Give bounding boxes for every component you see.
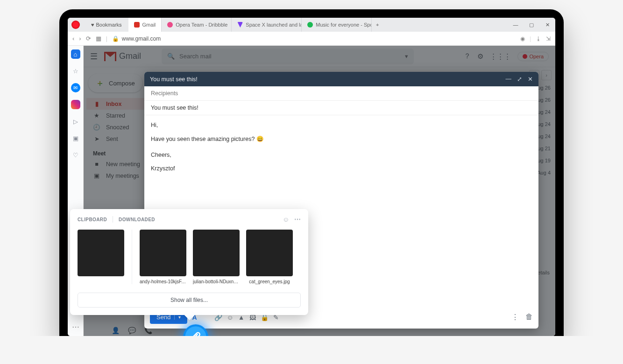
tab-label: Gmail: [142, 22, 156, 28]
paperclip-icon: [190, 331, 202, 336]
instagram-icon[interactable]: [71, 100, 80, 109]
home-icon[interactable]: ⌂: [71, 49, 80, 59]
tab-gmail[interactable]: Gmail: [128, 18, 162, 32]
reload-button[interactable]: ⟳: [86, 35, 91, 42]
gmail-favicon: [134, 22, 140, 28]
recipients-field[interactable]: Recipients: [144, 86, 538, 101]
address-bar: ‹ › ⟳ ▦ | 🔒 www.gmail.com ◉ | ⭳ ⇲: [68, 32, 555, 46]
tab-label: Space X launched and lande: [246, 22, 302, 28]
recipients-label: Recipients: [151, 90, 178, 97]
divider: [132, 230, 132, 284]
subject-text: You must see this!: [151, 105, 198, 111]
compose-header[interactable]: You must see this! — ⤢ ✕: [144, 72, 538, 86]
smile-icon[interactable]: ☺: [283, 216, 290, 223]
forward-button[interactable]: ›: [79, 35, 81, 42]
image-thumb: [78, 230, 124, 276]
subject-field[interactable]: You must see this!: [144, 101, 538, 115]
lock-icon: 🔒: [112, 35, 119, 42]
divider: [113, 216, 113, 223]
bookmarks-tab[interactable]: ♥ Bookmarks: [85, 18, 128, 32]
sidebar-more-icon[interactable]: ⋯: [72, 322, 79, 331]
body-line: Cheers,: [151, 150, 532, 161]
file-name: andy-holmes-10kjsF....jpg: [140, 279, 186, 284]
close-compose-icon[interactable]: ✕: [528, 76, 533, 83]
tab-spotify[interactable]: Music for everyone - Spotif: [302, 18, 372, 32]
laptop-frame: ♥ Bookmarks Gmail Opera Team - Dribbble …: [59, 9, 564, 336]
close-button[interactable]: ✕: [539, 22, 555, 28]
heart-icon: ♥: [91, 22, 94, 28]
image-thumb: [193, 230, 240, 276]
more-options-icon[interactable]: ⋮: [511, 313, 519, 322]
minimize-compose-icon[interactable]: —: [506, 76, 512, 83]
clipboard-heading: CLIPBOARD: [78, 217, 107, 222]
messenger-icon[interactable]: ✉: [71, 83, 80, 92]
opera-logo-icon[interactable]: [71, 21, 80, 29]
send-options-icon[interactable]: ▾: [174, 315, 181, 320]
tab-label: Music for everyone - Spotif: [316, 22, 372, 28]
favorites-icon[interactable]: ☆: [71, 66, 80, 76]
file-thumb[interactable]: julian-bottoli-NDuxn....jpg: [193, 230, 240, 284]
bookmarks-label: Bookmarks: [96, 22, 122, 28]
heart-sidebar-icon[interactable]: ♡: [71, 150, 80, 160]
file-thumb[interactable]: cat_green_eyes.jpg: [246, 230, 293, 284]
discard-icon[interactable]: 🗑: [525, 313, 533, 322]
content-area: ⌂ ☆ ✉ ▷ ▣ ♡ ⋯ ☰ Gmail 🔍 Search m: [68, 46, 555, 336]
tab-label: Opera Team - Dribbble: [176, 22, 227, 28]
downloaded-heading: DOWNLOADED: [119, 217, 155, 222]
expand-compose-icon[interactable]: ⤢: [517, 76, 522, 83]
screen: ♥ Bookmarks Gmail Opera Team - Dribbble …: [68, 18, 555, 336]
maximize-button[interactable]: ▢: [524, 22, 539, 28]
play-icon[interactable]: ▷: [71, 117, 80, 126]
tab-spacex[interactable]: Space X launched and lande: [232, 18, 302, 32]
clipboard-thumb[interactable]: [78, 230, 124, 276]
url-text: www.gmail.com: [122, 35, 161, 42]
more-icon[interactable]: ⋯: [294, 216, 301, 223]
body-line: Krzysztof: [151, 163, 532, 175]
easy-setup-icon[interactable]: ⇲: [546, 35, 551, 42]
spotify-favicon: [307, 22, 313, 28]
show-all-label: Show all files...: [170, 297, 208, 303]
dribbble-favicon: [167, 22, 173, 28]
triangle-favicon: [237, 22, 243, 28]
easy-files-popup: CLIPBOARD DOWNLOADED ☺ ⋯ andy-holmes-10k…: [70, 209, 308, 315]
back-button[interactable]: ‹: [72, 35, 74, 42]
body-line: Have you seen these amazing pictures? 😄: [151, 134, 532, 145]
download-icon[interactable]: ⭳: [536, 35, 541, 42]
compose-title: You must see this!: [150, 76, 198, 83]
window-controls: — ▢ ✕: [508, 22, 555, 28]
snapshot-icon[interactable]: ◉: [520, 35, 525, 42]
file-name: cat_green_eyes.jpg: [249, 279, 290, 284]
browser-tab-strip: ♥ Bookmarks Gmail Opera Team - Dribbble …: [68, 18, 555, 32]
tab-dribbble[interactable]: Opera Team - Dribbble: [162, 18, 232, 32]
show-all-button[interactable]: Show all files...: [78, 293, 301, 308]
new-tab-button[interactable]: +: [372, 22, 383, 28]
image-thumb: [246, 230, 293, 276]
url-field[interactable]: 🔒 www.gmail.com: [112, 35, 161, 42]
body-line: Hi,: [151, 120, 532, 131]
speed-dial-button[interactable]: ▦: [96, 35, 101, 42]
file-name: julian-bottoli-NDuxn....jpg: [193, 279, 240, 284]
file-thumb[interactable]: andy-holmes-10kjsF....jpg: [140, 230, 186, 284]
minimize-button[interactable]: —: [508, 22, 524, 28]
snapshot-sidebar-icon[interactable]: ▣: [71, 133, 80, 143]
image-thumb: [140, 230, 186, 276]
